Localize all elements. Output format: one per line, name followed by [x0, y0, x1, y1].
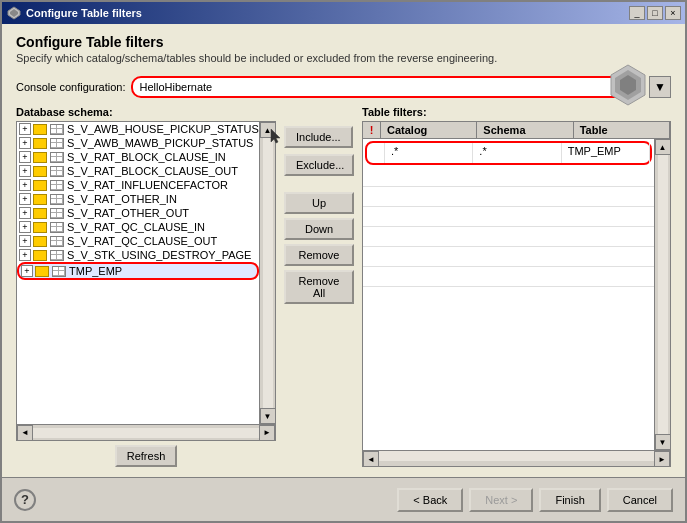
- dialog-footer: ? < Back Next > Finish Cancel: [2, 477, 685, 521]
- list-item[interactable]: + S_V_RAT_OTHER_OUT: [17, 206, 259, 220]
- scroll-left-button[interactable]: ◄: [17, 425, 33, 441]
- warn-column-header: !: [363, 122, 381, 138]
- remove-all-button[interactable]: Remove All: [284, 270, 354, 304]
- expand-icon[interactable]: +: [19, 221, 31, 233]
- table-filters-rows: .* .* TMP_EMP: [363, 139, 654, 450]
- table-icon: [50, 250, 64, 261]
- table-row[interactable]: [363, 207, 654, 227]
- scroll-left-button[interactable]: ◄: [363, 451, 379, 467]
- list-item[interactable]: + S_V_RAT_QC_CLAUSE_OUT: [17, 234, 259, 248]
- table-filters-section: Table filters: ! Catalog Schema Table .*: [362, 106, 671, 467]
- titlebar-buttons: _ □ ×: [629, 6, 681, 20]
- page-description: Specify which catalog/schema/tables shou…: [16, 52, 671, 64]
- expand-icon[interactable]: +: [19, 137, 31, 149]
- dialog-content: Configure Table filters Specify which ca…: [2, 24, 685, 477]
- table-row[interactable]: [363, 167, 654, 187]
- table-row[interactable]: [363, 227, 654, 247]
- table-row[interactable]: [363, 247, 654, 267]
- expand-icon[interactable]: +: [21, 265, 33, 277]
- schema-item-label: S_V_STK_USING_DESTROY_PAGE: [67, 249, 251, 261]
- table-icon: [50, 194, 64, 205]
- help-button[interactable]: ?: [14, 489, 36, 511]
- include-button[interactable]: Include...: [284, 126, 353, 148]
- cancel-button[interactable]: Cancel: [607, 488, 673, 512]
- titlebar-left: Configure Table filters: [6, 5, 142, 21]
- schema-item-label: S_V_RAT_BLOCK_CLAUSE_OUT: [67, 165, 238, 177]
- scroll-right-button[interactable]: ►: [259, 425, 275, 441]
- schema-item-label: S_V_RAT_QC_CLAUSE_OUT: [67, 235, 217, 247]
- list-item[interactable]: + S_V_RAT_OTHER_IN: [17, 192, 259, 206]
- list-item[interactable]: + S_V_STK_USING_DESTROY_PAGE: [17, 248, 259, 262]
- folder-icon: [33, 208, 47, 219]
- window-title: Configure Table filters: [26, 7, 142, 19]
- schema-item-label: S_V_RAT_INFLUENCEFACTOR: [67, 179, 228, 191]
- schema-item-label: S_V_AWB_MAWB_PICKUP_STATUS: [67, 137, 253, 149]
- spacer: [284, 180, 354, 188]
- list-item[interactable]: + S_V_AWB_MAWB_PICKUP_STATUS: [17, 136, 259, 150]
- close-button[interactable]: ×: [665, 6, 681, 20]
- next-button[interactable]: Next >: [469, 488, 533, 512]
- expand-icon[interactable]: +: [19, 123, 31, 135]
- schema-item-label: S_V_AWB_HOUSE_PICKUP_STATUS: [67, 123, 259, 135]
- titlebar: Configure Table filters _ □ ×: [2, 2, 685, 24]
- scroll-track[interactable]: [263, 138, 273, 408]
- expand-icon[interactable]: +: [19, 165, 31, 177]
- minimize-button[interactable]: _: [629, 6, 645, 20]
- finish-button[interactable]: Finish: [539, 488, 600, 512]
- h-scroll-track[interactable]: [33, 428, 259, 438]
- table-cell: TMP_EMP: [562, 143, 650, 163]
- scroll-track[interactable]: [658, 155, 668, 434]
- remove-button[interactable]: Remove: [284, 244, 354, 266]
- scroll-up-button[interactable]: ▲: [655, 139, 671, 155]
- filters-scrollbar-horizontal[interactable]: ◄ ►: [363, 450, 670, 466]
- refresh-button[interactable]: Refresh: [115, 445, 178, 467]
- logo: [603, 60, 653, 113]
- table-row[interactable]: [363, 267, 654, 287]
- list-item[interactable]: + S_V_RAT_INFLUENCEFACTOR: [17, 178, 259, 192]
- expand-icon[interactable]: +: [19, 249, 31, 261]
- expand-icon[interactable]: +: [19, 179, 31, 191]
- h-scroll-track[interactable]: [379, 451, 654, 461]
- scroll-down-button[interactable]: ▼: [655, 434, 671, 450]
- database-schema-section: Database schema: + S_V_AWB_HOUSE_PICKUP_…: [16, 106, 276, 467]
- database-schema-label: Database schema:: [16, 106, 276, 118]
- exclude-button[interactable]: Exclude...: [284, 154, 354, 176]
- list-item[interactable]: + TMP_EMP: [17, 262, 259, 280]
- filters-scrollbar-vertical[interactable]: ▲ ▼: [654, 139, 670, 450]
- list-item[interactable]: + S_V_RAT_BLOCK_CLAUSE_IN: [17, 150, 259, 164]
- table-row[interactable]: [363, 187, 654, 207]
- cursor-pointer: [270, 128, 282, 147]
- catalog-column-header: Catalog: [381, 122, 477, 138]
- schema-item-label: S_V_RAT_BLOCK_CLAUSE_IN: [67, 151, 226, 163]
- schema-tree[interactable]: + S_V_AWB_HOUSE_PICKUP_STATUS + S_V_AWB_…: [17, 122, 259, 424]
- maximize-button[interactable]: □: [647, 6, 663, 20]
- schema-item-label: S_V_RAT_OTHER_OUT: [67, 207, 189, 219]
- down-button[interactable]: Down: [284, 218, 354, 240]
- folder-icon: [33, 180, 47, 191]
- scroll-right-button[interactable]: ►: [654, 451, 670, 467]
- footer-left: ?: [14, 489, 36, 511]
- expand-icon[interactable]: +: [19, 151, 31, 163]
- expand-icon[interactable]: +: [19, 235, 31, 247]
- expand-icon[interactable]: +: [19, 193, 31, 205]
- list-item[interactable]: + S_V_AWB_HOUSE_PICKUP_STATUS: [17, 122, 259, 136]
- warn-cell: [367, 143, 385, 163]
- list-item[interactable]: + S_V_RAT_QC_CLAUSE_IN: [17, 220, 259, 234]
- folder-icon: [33, 236, 47, 247]
- up-button[interactable]: Up: [284, 192, 354, 214]
- svg-marker-5: [271, 129, 280, 143]
- folder-icon: [35, 266, 49, 277]
- expand-icon[interactable]: +: [19, 207, 31, 219]
- table-icon: [50, 138, 64, 149]
- scroll-down-button[interactable]: ▼: [260, 408, 276, 424]
- include-area: Include...: [284, 126, 354, 148]
- table-row[interactable]: .* .* TMP_EMP: [365, 141, 652, 165]
- list-item[interactable]: + S_V_RAT_BLOCK_CLAUSE_OUT: [17, 164, 259, 178]
- schema-item-label: S_V_RAT_QC_CLAUSE_IN: [67, 221, 205, 233]
- console-config-input[interactable]: [131, 76, 643, 98]
- back-button[interactable]: < Back: [397, 488, 463, 512]
- schema-scrollbar-horizontal[interactable]: ◄ ►: [17, 424, 275, 440]
- schema-scrollbar-vertical[interactable]: ▲ ▼: [259, 122, 275, 424]
- database-schema-panel: + S_V_AWB_HOUSE_PICKUP_STATUS + S_V_AWB_…: [16, 121, 276, 441]
- schema-cell: .*: [473, 143, 561, 163]
